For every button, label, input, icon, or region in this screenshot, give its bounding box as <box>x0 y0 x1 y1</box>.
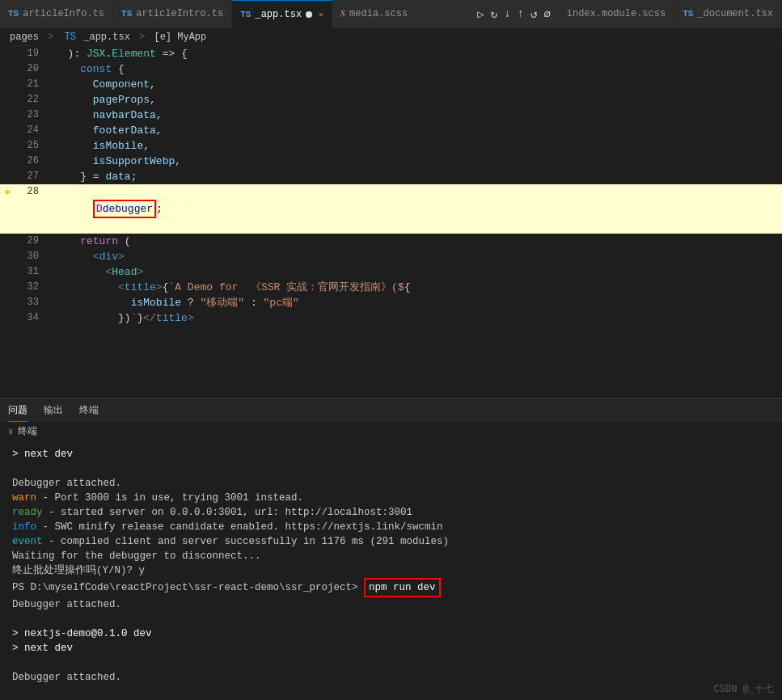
line-content-34: })`}</title> <box>51 310 782 326</box>
tab-label: index.module.scss <box>567 8 666 19</box>
line-number-29: 29 <box>15 234 51 249</box>
tab-indexModule[interactable]: index.module.scss <box>559 0 674 28</box>
line-content-32: <title>{`A Demo for 《SSR 实战：官网开发指南》(${ <box>51 280 782 295</box>
code-line-29: 29 return ( <box>0 234 782 249</box>
line-number-27: 27 <box>15 169 51 184</box>
ts-icon: TS <box>683 9 693 19</box>
code-line-21: 21 Component, <box>0 77 782 92</box>
code-line-32: 32 <title>{`A Demo for 《SSR 实战：官网开发指南》($… <box>0 280 782 295</box>
refresh-icon[interactable]: ↻ <box>491 7 497 21</box>
line-content-21: Component, <box>51 77 782 92</box>
line-number-21: 21 <box>15 77 51 92</box>
line-number-26: 26 <box>15 154 51 169</box>
tab-label: media.scss <box>349 8 408 19</box>
panel-tab-output[interactable]: 输出 <box>44 399 63 421</box>
terminal-line: > next dev <box>12 641 770 656</box>
code-line-19: 19 ): JSX.Element => { <box>0 46 782 61</box>
terminal-line <box>12 462 770 476</box>
restart-icon[interactable]: ↺ <box>530 7 537 21</box>
code-line-34: 34 })`}</title> <box>0 310 782 326</box>
line-content-25: isMobile, <box>51 138 782 154</box>
code-line-30: 30 <div> <box>0 249 782 264</box>
terminal-line: > nextjs-demo@0.1.0 dev <box>12 626 770 641</box>
line-content-27: } = data; <box>51 169 782 184</box>
play-icon[interactable]: ▷ <box>477 7 484 21</box>
line-content-30: <div> <box>51 249 782 264</box>
step-over-icon[interactable]: ↓ <box>504 7 510 20</box>
breadcrumb-pages[interactable]: pages <box>10 32 39 43</box>
code-line-24: 24 footerData, <box>0 123 782 138</box>
line-content-23: navbarData, <box>51 108 782 123</box>
terminal-line <box>12 612 770 626</box>
terminal-line <box>12 685 770 699</box>
breadcrumb-sep2: > <box>133 32 151 43</box>
terminal-line: Debugger attached. <box>12 597 770 612</box>
terminal-line: Debugger attached. <box>12 476 770 491</box>
line-content-22: pageProps, <box>51 92 782 108</box>
line-number-32: 32 <box>15 280 51 295</box>
tab-app[interactable]: TS _app.tsx ✕ <box>232 0 332 28</box>
line-content-24: footerData, <box>51 123 782 138</box>
toolbar-icons: ▷ ↻ ↓ ↑ ↺ ⌀ <box>469 7 559 21</box>
line-number-30: 30 <box>15 249 51 264</box>
panel-bar: 问题 输出 终端 <box>0 398 782 422</box>
line-content-26: isSupportWebp, <box>51 154 782 169</box>
breadcrumb-symbol[interactable]: [e] MyApp <box>154 32 206 43</box>
line-number-34: 34 <box>15 310 51 326</box>
debug-arrow-icon: ⬥ <box>3 184 11 200</box>
line-number-22: 22 <box>15 92 51 108</box>
npm-run-dev-command[interactable]: npm run dev <box>364 578 441 597</box>
chevron-down-icon: ∨ <box>8 426 14 436</box>
terminal-line <box>12 656 770 670</box>
code-line-27: 27 } = data; <box>0 169 782 184</box>
tab-articleInfo[interactable]: TS articleInfo.ts <box>0 0 113 28</box>
line-number-23: 23 <box>15 108 51 123</box>
terminal-line: > next dev <box>12 447 770 462</box>
tab-articleIntro[interactable]: TS articleIntro.ts <box>113 0 232 28</box>
step-into-icon[interactable]: ↑ <box>517 7 523 20</box>
line-content-28: Ddebugger; <box>51 184 782 234</box>
code-line-33: 33 isMobile ? "移动端" : "pc端" <box>0 295 782 310</box>
breadcrumb-sep1: > <box>42 32 60 43</box>
terminal-line: ready - started server on 0.0.0.0:3001, … <box>12 505 770 520</box>
tab-label: articleInfo.ts <box>23 8 104 19</box>
line-number-24: 24 <box>15 123 51 138</box>
ts-icon: TS <box>121 9 132 19</box>
terminal-section-label: 终端 <box>18 424 37 438</box>
terminal-section-header: ∨ 终端 <box>0 422 782 441</box>
line-content-31: <Head> <box>51 264 782 280</box>
tab-bar: TS articleInfo.ts TS articleIntro.ts TS … <box>0 0 782 28</box>
terminal-line: 终止批处理操作吗(Y/N)? y <box>12 563 770 578</box>
terminal-line: event - compiled client and server succe… <box>12 534 770 549</box>
code-line-28: ⬥ 28 Ddebugger; <box>0 184 782 234</box>
code-line-20: 20 const { <box>0 61 782 77</box>
tab-media[interactable]: 𝑺 media.scss <box>332 0 416 28</box>
ts-icon: TS <box>240 10 251 19</box>
tab-label: _app.tsx <box>255 9 302 20</box>
code-line-23: 23 navbarData, <box>0 108 782 123</box>
scss-icon: 𝑺 <box>340 9 345 19</box>
terminal-content[interactable]: > next dev Debugger attached. warn - Por… <box>0 441 782 700</box>
code-line-25: 25 isMobile, <box>0 138 782 154</box>
tab-document[interactable]: TS _document.tsx <box>674 0 782 28</box>
debugger-keyword-box: Ddebugger <box>93 200 156 218</box>
line-content-19: ): JSX.Element => { <box>51 46 782 61</box>
line-number-19: 19 <box>15 46 51 61</box>
panel-tab-problems[interactable]: 问题 <box>8 399 27 422</box>
tab-label: articleIntro.ts <box>136 8 223 19</box>
stop-icon[interactable]: ⌀ <box>543 7 550 21</box>
ts-icon: TS <box>8 9 19 19</box>
breadcrumb-file[interactable]: TS _app.tsx <box>63 32 130 43</box>
line-number-31: 31 <box>15 264 51 280</box>
line-number-28: 28 <box>15 184 51 200</box>
code-editor: 19 ): JSX.Element => { 20 const { 21 Com… <box>0 46 782 398</box>
tab-label: _document.tsx <box>697 8 773 19</box>
terminal-line-npm: PS D:\myselfCode\reactProject\ssr-react-… <box>12 578 770 597</box>
terminal-line: Waiting for the debugger to disconnect..… <box>12 549 770 563</box>
code-line-22: 22 pageProps, <box>0 92 782 108</box>
panel-tab-terminal[interactable]: 终端 <box>79 399 99 421</box>
line-content-33: isMobile ? "移动端" : "pc端" <box>51 295 782 310</box>
terminal-path: PS D:\myselfCode\reactProject\ssr-react-… <box>12 582 364 593</box>
tab-close-button[interactable]: ✕ <box>319 10 323 19</box>
line-number-20: 20 <box>15 61 51 77</box>
